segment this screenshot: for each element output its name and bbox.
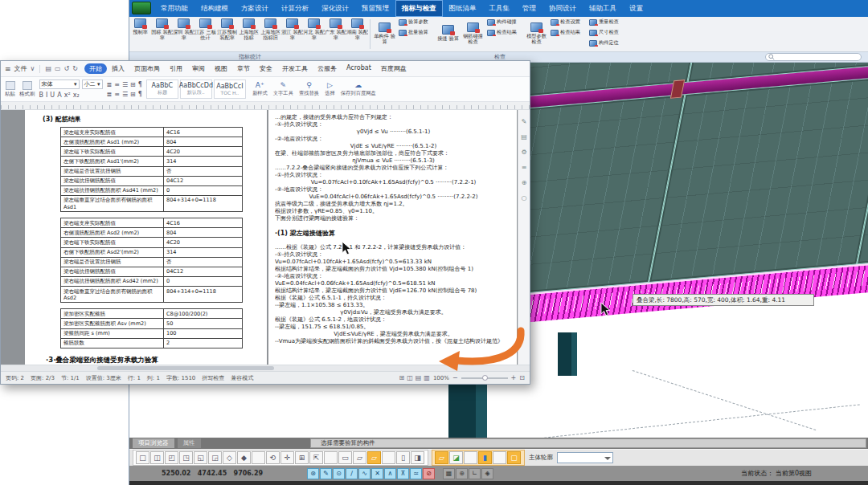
paragraph-button[interactable]: ≣ bbox=[107, 81, 113, 88]
view-tool-button[interactable]: ◆ bbox=[237, 451, 251, 464]
side-tool-icon[interactable]: ✎ bbox=[522, 118, 527, 125]
word-tab[interactable]: Acrobat bbox=[342, 63, 376, 74]
style-card[interactable]: AaBbCcDd 默认段.. bbox=[180, 79, 212, 99]
ribbon-button[interactable]: 江苏预制 装配率 bbox=[216, 17, 238, 51]
word-tab[interactable]: 审阅 bbox=[187, 63, 210, 74]
grid-toggle-button[interactable]: ⊕ bbox=[456, 468, 468, 479]
paragraph-button[interactable]: ¶ bbox=[138, 81, 142, 88]
display-tool-button[interactable] bbox=[493, 451, 506, 464]
display-tool-button[interactable]: ▢ bbox=[507, 451, 521, 464]
word-tool-button[interactable]: ▷ 选择 bbox=[325, 82, 335, 97]
ribbon-button[interactable]: 验算参数 bbox=[397, 18, 436, 26]
style-card[interactable]: AaBbCcI TOC H.. bbox=[214, 79, 246, 99]
ribbon-tab[interactable]: 管理 bbox=[516, 0, 542, 17]
paragraph-button[interactable]: ☰ bbox=[122, 81, 128, 88]
ribbon-button[interactable]: 预制率 bbox=[129, 17, 151, 51]
view-tool-button[interactable]: ◳ bbox=[179, 451, 193, 464]
view-tool-button[interactable]: ▱ bbox=[353, 451, 366, 464]
paragraph-button[interactable]: ⊞ bbox=[130, 81, 136, 88]
ribbon-tab[interactable]: 预留预埋 bbox=[355, 0, 395, 17]
ribbon-button[interactable]: 钢筋碰撞 检查 bbox=[461, 21, 485, 44]
paste-button[interactable]: 粘贴 bbox=[5, 81, 15, 98]
view-mode-icon[interactable]: ◫ bbox=[407, 374, 413, 381]
word-tab[interactable]: 安全 bbox=[255, 63, 277, 74]
grid-toggle-button[interactable]: ◈ bbox=[481, 468, 493, 479]
word-tool-button[interactable]: ⚲ 查找替换 bbox=[299, 82, 319, 97]
view-tool-button[interactable]: ◰ bbox=[165, 451, 178, 464]
font-size-select[interactable]: 小二 ▾ bbox=[82, 79, 103, 89]
format-button[interactable]: I bbox=[46, 92, 47, 99]
ribbon-button[interactable]: 湖南 装配率 bbox=[346, 17, 368, 51]
word-tab[interactable]: 插入 bbox=[107, 63, 129, 74]
ribbon-button[interactable]: 单构件 验算 bbox=[372, 21, 397, 44]
ribbon-button[interactable]: 模型参数 检查 bbox=[524, 21, 549, 44]
side-tool-icon[interactable]: ⚙ bbox=[521, 149, 526, 156]
quick-access-icon[interactable]: ▭ bbox=[55, 65, 61, 72]
quick-access-icon[interactable]: ↺ bbox=[64, 65, 70, 72]
panel-tab[interactable]: 属性 bbox=[178, 438, 201, 448]
snap-toggle-button[interactable]: ∿ bbox=[358, 468, 371, 479]
ribbon-button[interactable]: 重量检查 bbox=[588, 18, 626, 26]
word-tab[interactable]: 页面布局 bbox=[129, 63, 165, 74]
snap-toggle-button[interactable]: ⊙ bbox=[333, 468, 345, 479]
quick-access-icon[interactable]: ↻ bbox=[72, 65, 78, 72]
view-tool-button[interactable]: ⟲ bbox=[266, 451, 280, 464]
paragraph-button[interactable]: ¶ bbox=[138, 91, 142, 98]
snap-toggle-button[interactable]: ⊼ bbox=[397, 468, 409, 479]
side-tool-icon[interactable]: ⊕ bbox=[522, 179, 527, 186]
ribbon-button[interactable]: 深圳 装配率 bbox=[173, 17, 194, 51]
display-tool-button[interactable]: ◪ bbox=[449, 451, 463, 464]
display-tool-button[interactable]: ▮ bbox=[478, 451, 492, 464]
view-tool-button[interactable] bbox=[324, 451, 338, 464]
ribbon-tab[interactable]: 常用功能 bbox=[154, 0, 194, 17]
display-tool-button[interactable] bbox=[464, 451, 477, 464]
grid-toggle-button[interactable]: ∟ bbox=[469, 468, 481, 479]
ribbon-button[interactable]: 江苏 三板统计 bbox=[194, 17, 216, 51]
ribbon-button[interactable]: 构件定位 bbox=[588, 39, 626, 47]
ribbon-button[interactable]: 检查设置 bbox=[549, 18, 588, 26]
word-tool-button[interactable]: ☁ 保存到百度网盘 bbox=[341, 82, 376, 97]
paragraph-button[interactable]: ≡ bbox=[114, 91, 120, 98]
font-name-select[interactable]: 宋体 ▾ bbox=[39, 79, 80, 89]
format-button[interactable]: x² bbox=[64, 92, 71, 99]
ribbon-tab[interactable]: 图纸清单 bbox=[443, 0, 483, 17]
scrollbar-thumb[interactable] bbox=[97, 366, 274, 370]
command-prompt[interactable]: 选择需要验算的构件 bbox=[310, 438, 866, 448]
column[interactable] bbox=[448, 377, 487, 438]
file-menu[interactable]: 文件 bbox=[14, 64, 27, 73]
paragraph-button[interactable]: ≡ bbox=[114, 81, 120, 88]
word-tool-button[interactable]: A⁺ 新样式 bbox=[252, 82, 268, 97]
view-tool-button[interactable]: ◫ bbox=[150, 451, 164, 464]
ribbon-tab[interactable]: 协同设计 bbox=[542, 0, 583, 17]
view-mode-icon[interactable]: ▥ bbox=[424, 374, 430, 381]
format-button[interactable]: U bbox=[50, 92, 55, 99]
hamburger-menu-icon[interactable]: ≡ bbox=[5, 65, 11, 73]
snap-toggle-button[interactable]: ✕ bbox=[371, 468, 383, 479]
panel-tab[interactable]: 项目浏览器 bbox=[133, 438, 174, 448]
view-tool-button[interactable]: ✛ bbox=[280, 451, 294, 464]
view-mode-icon[interactable]: ⊞ bbox=[399, 374, 404, 381]
paragraph-button[interactable]: ☰ bbox=[122, 91, 128, 98]
view-tool-button[interactable]: ◇ bbox=[223, 451, 236, 464]
ribbon-tab[interactable]: 指标与检查 bbox=[395, 0, 443, 17]
grid-toggle-button[interactable]: ▦ bbox=[443, 468, 455, 479]
side-tool-icon[interactable]: ≡ bbox=[522, 164, 527, 171]
side-tool-icon[interactable]: ▤ bbox=[521, 133, 527, 141]
snap-toggle-button[interactable]: ⊛ bbox=[307, 468, 319, 479]
snap-toggle-button[interactable]: ∧ bbox=[384, 468, 396, 479]
snap-toggle-button[interactable]: ∕ bbox=[346, 468, 358, 479]
ribbon-button[interactable]: 上海地区 指标 bbox=[238, 17, 260, 51]
view-tool-button[interactable]: ▱ bbox=[367, 451, 381, 464]
display-tool-button[interactable]: ▱ bbox=[435, 451, 448, 464]
ruler[interactable] bbox=[1, 102, 530, 110]
ribbon-tab[interactable]: 设置 bbox=[623, 0, 649, 17]
view-mode-icon[interactable]: ▤ bbox=[416, 374, 422, 381]
snap-toggle-button[interactable]: ✎ bbox=[320, 468, 332, 479]
document-page-left[interactable]: (3) 配筋结果 梁左端支座实际配筋值4C16左侧顶筋配筋面积 Asd1 (mm… bbox=[25, 110, 267, 365]
view-tool-button[interactable]: ▯ bbox=[396, 451, 410, 464]
view-tool-button[interactable]: ◨ bbox=[411, 451, 424, 464]
ribbon-button[interactable]: 检查结果 bbox=[485, 29, 524, 36]
ribbon-button[interactable]: 尺寸检查 bbox=[588, 29, 626, 36]
paragraph-button[interactable]: ⊞ bbox=[130, 91, 136, 98]
word-tab[interactable]: 云服务 bbox=[313, 63, 342, 74]
